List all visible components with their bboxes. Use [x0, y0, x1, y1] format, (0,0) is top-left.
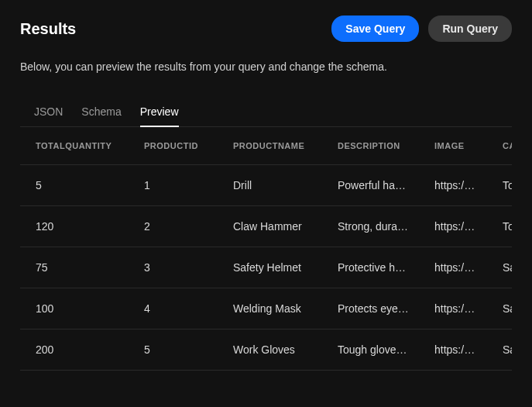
tabs: JSON Schema Preview: [20, 98, 512, 127]
save-query-button[interactable]: Save Query: [331, 16, 419, 42]
table-header-row: TOTALQUANTITY PRODUCTID PRODUCTNAME DESC…: [20, 127, 512, 165]
cell-totalquantity: 5: [20, 165, 129, 206]
cell-category: Tools: [487, 165, 512, 206]
header-actions: Save Query Run Query: [331, 16, 512, 42]
cell-image: https:/…: [419, 288, 487, 329]
cell-image: https:/…: [419, 206, 487, 247]
col-header-description[interactable]: DESCRIPTION: [322, 127, 419, 165]
cell-image: https:/…: [419, 247, 487, 288]
cell-productname: Safety Helmet: [218, 247, 322, 288]
table-row[interactable]: 100 4 Welding Mask Protects eyes … https…: [20, 288, 512, 329]
cell-category: Safety: [487, 247, 512, 288]
cell-productid: 1: [129, 165, 218, 206]
cell-productname: Welding Mask: [218, 288, 322, 329]
tab-json[interactable]: JSON: [34, 98, 63, 127]
cell-category: Safety: [487, 288, 512, 329]
table-row[interactable]: 5 1 Drill Powerful han… https:/… Tools: [20, 165, 512, 206]
cell-description: Protects eyes …: [322, 288, 419, 329]
tab-schema[interactable]: Schema: [81, 98, 121, 127]
col-header-image[interactable]: IMAGE: [419, 127, 487, 165]
header: Results Save Query Run Query: [20, 16, 512, 42]
cell-totalquantity: 75: [20, 247, 129, 288]
col-header-category[interactable]: CATEGORY: [487, 127, 512, 165]
cell-productid: 3: [129, 247, 218, 288]
cell-productid: 5: [129, 329, 218, 371]
run-query-button[interactable]: Run Query: [428, 16, 512, 42]
cell-productname: Claw Hammer: [218, 206, 322, 247]
col-header-productid[interactable]: PRODUCTID: [129, 127, 218, 165]
cell-description: Strong, durab…: [322, 206, 419, 247]
cell-image: https:/…: [419, 329, 487, 371]
col-header-productname[interactable]: PRODUCTNAME: [218, 127, 322, 165]
results-table: TOTALQUANTITY PRODUCTID PRODUCTNAME DESC…: [20, 127, 512, 371]
cell-category: Tools: [487, 206, 512, 247]
cell-description: Powerful han…: [322, 165, 419, 206]
tab-preview[interactable]: Preview: [140, 98, 179, 127]
page-title: Results: [20, 20, 76, 38]
cell-category: Safety: [487, 329, 512, 371]
results-table-wrapper[interactable]: TOTALQUANTITY PRODUCTID PRODUCTNAME DESC…: [20, 127, 512, 371]
cell-totalquantity: 200: [20, 329, 129, 371]
cell-productid: 2: [129, 206, 218, 247]
cell-image: https:/…: [419, 165, 487, 206]
cell-totalquantity: 120: [20, 206, 129, 247]
table-row[interactable]: 75 3 Safety Helmet Protective he… https:…: [20, 247, 512, 288]
cell-description: Protective he…: [322, 247, 419, 288]
cell-totalquantity: 100: [20, 288, 129, 329]
results-description: Below, you can preview the results from …: [20, 60, 512, 73]
cell-description: Tough gloves …: [322, 329, 419, 371]
table-row[interactable]: 200 5 Work Gloves Tough gloves … https:/…: [20, 329, 512, 371]
cell-productname: Drill: [218, 165, 322, 206]
cell-productid: 4: [129, 288, 218, 329]
col-header-totalquantity[interactable]: TOTALQUANTITY: [20, 127, 129, 165]
table-row[interactable]: 120 2 Claw Hammer Strong, durab… https:/…: [20, 206, 512, 247]
cell-productname: Work Gloves: [218, 329, 322, 371]
